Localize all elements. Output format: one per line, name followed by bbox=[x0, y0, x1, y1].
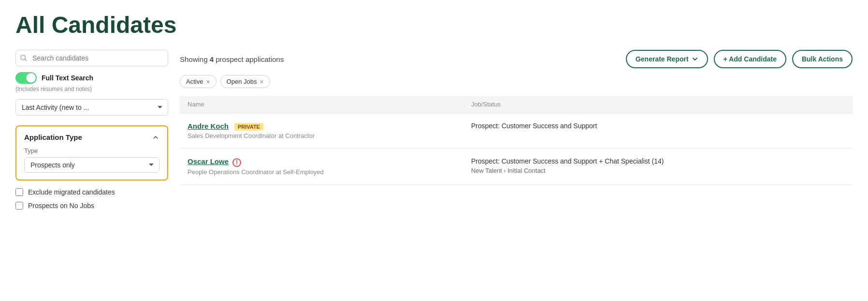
candidate-name-link[interactable]: Oscar Lowe bbox=[188, 157, 229, 166]
filter-tag-open-jobs[interactable]: Open Jobs × bbox=[220, 75, 270, 88]
search-input[interactable] bbox=[15, 50, 168, 66]
candidate-subtitle: People Operations Coordinator at Self-Em… bbox=[188, 168, 456, 176]
sort-dropdown[interactable]: Last Activity (new to ... bbox=[15, 99, 168, 116]
exclude-migrated-row: Exclude migrated candidates bbox=[15, 188, 168, 196]
filter-tags: Active × Open Jobs × bbox=[180, 75, 853, 88]
pipeline-text: New Talent › Initial Contact bbox=[471, 167, 845, 174]
top-bar: Showing 4 prospect applications Generate… bbox=[180, 50, 853, 68]
showing-label: Showing bbox=[180, 55, 208, 63]
sidebar: Full Text Search (Includes resumes and n… bbox=[15, 50, 180, 215]
showing-count: 4 bbox=[210, 55, 214, 63]
table-header: Name Job/Status bbox=[180, 96, 853, 113]
generate-report-button[interactable]: Generate Report bbox=[626, 50, 708, 68]
candidate-subtitle: Sales Development Coordinator at Contrac… bbox=[188, 132, 456, 139]
filter-tag-active-label: Active bbox=[186, 78, 203, 85]
private-badge: PRIVATE bbox=[234, 123, 263, 131]
section-title: Application Type bbox=[24, 133, 82, 141]
search-input-wrapper bbox=[15, 50, 168, 66]
filter-tag-open-jobs-close[interactable]: × bbox=[260, 78, 263, 85]
exclude-migrated-label: Exclude migrated candidates bbox=[28, 188, 115, 196]
col-name: Name bbox=[180, 96, 463, 113]
section-header: Application Type bbox=[24, 133, 159, 141]
page-container: All Candidates Full Text Search (Include… bbox=[0, 0, 868, 301]
exclude-migrated-checkbox[interactable] bbox=[15, 188, 23, 196]
filter-tag-active-close[interactable]: × bbox=[206, 78, 210, 85]
warning-icon[interactable]: ! bbox=[232, 158, 241, 167]
type-label: Type bbox=[24, 147, 159, 154]
add-candidate-button[interactable]: + Add Candidate bbox=[714, 50, 786, 68]
full-text-label: Full Text Search bbox=[42, 74, 93, 82]
pipeline-arrow: › bbox=[504, 167, 506, 174]
search-icon bbox=[20, 55, 27, 61]
includes-note: (Includes resumes and notes) bbox=[15, 86, 168, 92]
main-content: Showing 4 prospect applications Generate… bbox=[180, 50, 853, 215]
table-row: Andre Koch PRIVATE Sales Development Coo… bbox=[180, 113, 853, 149]
candidate-name-row: Oscar Lowe ! bbox=[188, 157, 456, 166]
table-row: Oscar Lowe ! People Operations Coordinat… bbox=[180, 149, 853, 184]
main-layout: Full Text Search (Includes resumes and n… bbox=[15, 50, 853, 215]
showing-text: Showing 4 prospect applications bbox=[180, 55, 284, 63]
job-status-text: Prospect: Customer Success and Support +… bbox=[471, 157, 845, 165]
page-title: All Candidates bbox=[15, 12, 853, 38]
col-job-status: Job/Status bbox=[463, 96, 853, 113]
svg-line-1 bbox=[25, 59, 27, 61]
application-type-section: Application Type Type Prospects only bbox=[15, 125, 168, 181]
prospects-no-jobs-label: Prospects on No Jobs bbox=[28, 202, 94, 210]
candidate-name-link[interactable]: Andre Koch bbox=[188, 122, 229, 130]
bulk-actions-button[interactable]: Bulk Actions bbox=[792, 50, 853, 68]
toggle-thumb bbox=[26, 73, 36, 83]
candidate-name-row: Andre Koch PRIVATE bbox=[188, 122, 456, 131]
candidate-name-cell: Andre Koch PRIVATE Sales Development Coo… bbox=[180, 113, 463, 149]
showing-suffix: prospect applications bbox=[216, 55, 284, 63]
job-status-cell: Prospect: Customer Success and Support +… bbox=[463, 149, 853, 184]
full-text-search-row: Full Text Search bbox=[15, 72, 168, 84]
candidate-name-cell: Oscar Lowe ! People Operations Coordinat… bbox=[180, 149, 463, 184]
prospects-no-jobs-checkbox[interactable] bbox=[15, 202, 23, 210]
candidates-table: Name Job/Status Andre Koch PRIVATE Sales… bbox=[180, 96, 853, 185]
action-buttons: Generate Report + Add Candidate Bulk Act… bbox=[626, 50, 853, 68]
filter-tag-active[interactable]: Active × bbox=[180, 75, 217, 88]
table-body: Andre Koch PRIVATE Sales Development Coo… bbox=[180, 113, 853, 185]
type-dropdown[interactable]: Prospects only bbox=[24, 157, 159, 173]
full-text-toggle[interactable] bbox=[15, 72, 37, 84]
chevron-up-icon bbox=[152, 134, 159, 141]
chevron-down-icon bbox=[692, 56, 698, 62]
job-status-text: Prospect: Customer Success and Support bbox=[471, 122, 845, 130]
job-status-cell: Prospect: Customer Success and Support bbox=[463, 113, 853, 149]
filter-tag-open-jobs-label: Open Jobs bbox=[227, 78, 257, 85]
prospects-no-jobs-row: Prospects on No Jobs bbox=[15, 202, 168, 210]
